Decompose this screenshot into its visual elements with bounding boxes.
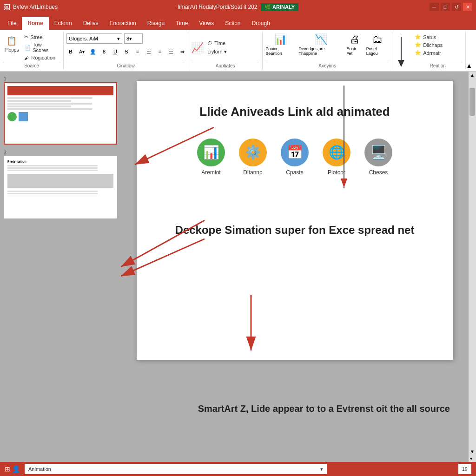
brand-logo: 🌿 ARINALY	[261, 3, 298, 11]
ribbon-group-cinatlow: Glogers. AiM ▾ 8 ▾ B A▾ 👤 8 U S ≡ ☰ ≡ ☰	[64, 32, 188, 69]
app-title: IimarArt RodalyPordi/Soat it 202	[178, 4, 257, 10]
plopps-button[interactable]: 📋 Plopps	[3, 33, 20, 53]
strikethrough-button[interactable]: S	[122, 47, 131, 56]
color-picker[interactable]: A▾	[78, 47, 86, 56]
close-button[interactable]: ✕	[463, 3, 472, 11]
font-name-dropdown[interactable]: Glogers. AiM ▾	[66, 33, 122, 44]
cpasts-icon: 📅	[287, 145, 303, 160]
slide-thumb-1[interactable]: 1	[4, 76, 117, 145]
scroll-bottom-arrow[interactable]: ▾	[469, 455, 476, 462]
slide-thumb-3[interactable]: 3 Pretentation	[4, 150, 117, 218]
status-icon-2[interactable]: 👤	[12, 465, 20, 473]
ribbon-group-reution: ⭐ Satus ⭐ Diichaps ⭐ Adrmair Reution	[410, 32, 466, 69]
window-title: BvIew ArtLimbues	[13, 4, 58, 10]
maximize-button[interactable]: □	[441, 3, 450, 11]
title-bar-left: 🖼 BvIew ArtLimbues	[4, 3, 58, 11]
diichaps-icon: ⭐	[415, 42, 421, 48]
cpasts-label: Cpasts	[286, 169, 303, 176]
scroll-down-btns: ▼ ▾	[469, 448, 476, 462]
slide-description: Deckope Simation super fon Exce spread n…	[160, 222, 430, 238]
aremiot-icon: 📊	[203, 145, 219, 160]
satus-button[interactable]: ⭐ Satus	[413, 33, 438, 40]
slide-title: Llide Aniveads Link ald animated	[160, 104, 430, 120]
list-icon[interactable]: ☰	[167, 47, 175, 56]
icon-cheses[interactable]: 🖥️ Cheses	[364, 139, 392, 176]
diichaps-button[interactable]: ⭐ Diichaps	[413, 41, 444, 48]
slide-content: Llide Aniveads Link ald animated 📊 Aremi…	[137, 81, 453, 251]
time-button[interactable]: ⏱ Time	[205, 40, 228, 46]
erintr-icon: 🖨	[350, 33, 360, 46]
bottom-annotation: SmartArt Z, Lide appear to to a Evtrenst…	[198, 402, 450, 416]
liylorn-button[interactable]: Liylorn ▾	[205, 48, 228, 55]
stree-button[interactable]: ✂ Stree	[22, 33, 60, 40]
align2-icon[interactable]: ☰	[145, 47, 153, 56]
title-bar-controls[interactable]: ─ □ ↺ ✕	[430, 3, 472, 11]
source-content: 📋 Plopps ✂ Stree 📄 Tow Scores 🖌 Rogicati…	[3, 33, 60, 62]
num-btn[interactable]: 8	[100, 47, 108, 56]
tab-sction[interactable]: Sction	[219, 17, 246, 30]
status-dropdown-wrapper: Animation ▾	[25, 464, 454, 474]
ribbon-tabs: File Home Ecform Delivs Enoraction Risag…	[0, 14, 476, 30]
align-icon[interactable]: ≡	[133, 47, 142, 56]
status-left-icons: ⊞ 👤	[5, 465, 20, 473]
tab-time[interactable]: Time	[170, 17, 193, 30]
tab-enoraction[interactable]: Enoraction	[104, 17, 141, 30]
underline-button[interactable]: U	[111, 47, 119, 56]
cheses-label: Cheses	[369, 169, 388, 176]
restore-button[interactable]: ↺	[452, 3, 461, 11]
indent-icon[interactable]: ⇒	[178, 47, 186, 56]
tab-risagu[interactable]: Risagu	[142, 17, 170, 30]
scroll-down-arrow[interactable]: ▼	[469, 448, 476, 455]
cinatlow-label: Cinatlow	[66, 62, 185, 68]
minimize-button[interactable]: ─	[430, 3, 439, 11]
font-size-dropdown[interactable]: 8 ▾	[124, 33, 143, 44]
ribbon-scroll-up[interactable]: ▲	[466, 62, 472, 69]
scissors-icon: ✂	[24, 34, 28, 40]
align3-icon[interactable]: ≡	[156, 47, 164, 56]
tab-ecform[interactable]: Ecform	[49, 17, 78, 30]
icon-aremiot[interactable]: 📊 Aremiot	[197, 139, 225, 176]
tab-file[interactable]: File	[2, 17, 22, 30]
main-area: 1	[0, 72, 476, 462]
rogication-button[interactable]: 🖌 Rogication	[22, 54, 60, 61]
erintr-btn[interactable]: 🖨 Erintr Fet	[346, 33, 364, 56]
ribbon-arrow-indicator	[392, 32, 410, 69]
tow-scores-button[interactable]: 📄 Tow Scores	[22, 41, 60, 53]
status-arrow	[329, 464, 357, 474]
bold-button[interactable]: B	[66, 47, 75, 56]
reution-label: Reution	[413, 62, 463, 68]
devedges-btn[interactable]: 📉 Devedges;ure Thappline	[298, 33, 344, 56]
scroll-up-arrow[interactable]: ▲	[469, 72, 476, 79]
svg-marker-1	[398, 60, 404, 67]
icon-plotoor[interactable]: 🌐 Plotoor	[323, 139, 350, 176]
icon-ditannp[interactable]: ⚙️ Ditannp	[239, 139, 267, 176]
auptiates-label: Auptiates	[191, 62, 259, 68]
adrmair-button[interactable]: ⭐ Adrmair	[413, 49, 443, 56]
posel-btn[interactable]: 🗂 Posel Lagou	[366, 33, 389, 56]
tab-drough[interactable]: Drough	[246, 17, 276, 30]
ribbon-scrollbar: ▲	[466, 32, 476, 69]
plotoor-label: Plotoor	[328, 169, 345, 176]
aup-small-btns: ⏱ Time Liylorn ▾	[205, 40, 228, 55]
chart-icon[interactable]: 📈	[191, 42, 204, 54]
status-icon-1[interactable]: ⊞	[5, 465, 10, 473]
ribbon: 📋 Plopps ✂ Stree 📄 Tow Scores 🖌 Rogicati…	[0, 30, 476, 72]
pouicr-btn[interactable]: 📊 Pouicr; Seantion	[265, 33, 296, 56]
ribbon-group-auptiates: 📈 ⏱ Time Liylorn ▾ Auptiates	[188, 32, 263, 69]
tab-home[interactable]: Home	[22, 17, 48, 30]
devedges-icon: 📉	[315, 33, 327, 46]
title-bar: 🖼 BvIew ArtLimbues IimarArt RodalyPordi/…	[0, 0, 476, 14]
ribbon-group-axeyims: 📊 Pouicr; Seantion 📉 Devedges;ure Thappl…	[263, 32, 392, 69]
scrollbar-thumb[interactable]	[469, 88, 475, 116]
icon-cpasts[interactable]: 📅 Cpasts	[281, 139, 309, 176]
ditannp-label: Ditannp	[243, 169, 262, 176]
animation-dropdown[interactable]: Animation ▾	[25, 464, 327, 474]
cheses-icon: 🖥️	[370, 145, 387, 160]
tab-delivs[interactable]: Delivs	[78, 17, 104, 30]
posel-icon: 🗂	[372, 33, 383, 46]
user-icon[interactable]: 👤	[89, 47, 97, 56]
aremiot-circle: 📊	[197, 139, 225, 166]
copy-icon: 📄	[24, 45, 31, 51]
tab-viows[interactable]: Viows	[193, 17, 219, 30]
format-icon: 🖌	[24, 55, 29, 60]
